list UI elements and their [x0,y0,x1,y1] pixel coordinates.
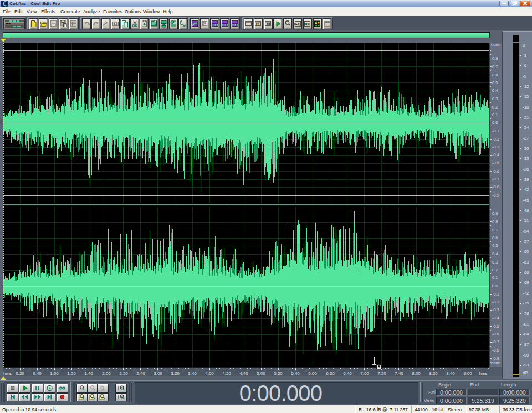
svg-text:888: 888 [304,22,310,26]
